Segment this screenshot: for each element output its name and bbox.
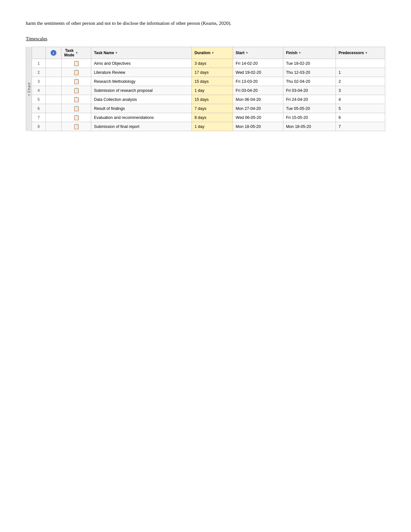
cell-finish: Tue 05-05-20 (283, 104, 336, 113)
cell-num: 7 (32, 113, 46, 122)
cell-predecessors: 6 (336, 113, 385, 122)
cell-duration: 17 days (192, 68, 233, 77)
cell-taskname: Research Methodology (91, 77, 192, 86)
col-header-num (32, 47, 46, 59)
cell-finish: Thu 12-03-20 (283, 68, 336, 77)
table-row: 2📋Literature Review17 daysWed 19-02-20Th… (32, 68, 385, 77)
task-mode-icon: 📋 (73, 79, 80, 84)
col-header-finish[interactable]: Finish ▼ (283, 47, 336, 59)
col-taskmode-label: TaskMode (64, 48, 74, 57)
duration-dropdown-arrow[interactable]: ▼ (211, 51, 214, 54)
intro-paragraph: harm the sentiments of other person and … (26, 19, 385, 27)
table-header-row: i TaskMode ▼ Task Name ▼ (32, 47, 385, 59)
cell-taskname: Aims and Objectives (91, 59, 192, 68)
taskmode-dropdown-arrow[interactable]: ▼ (75, 51, 78, 54)
cell-duration: 15 days (192, 95, 233, 104)
cell-duration: 1 day (192, 122, 233, 131)
cell-num: 5 (32, 95, 46, 104)
cell-info (45, 77, 62, 86)
cell-info (45, 59, 62, 68)
cell-start: Fri 03-04-20 (233, 86, 283, 95)
col-start-label: Start (236, 51, 244, 55)
cell-predecessors: 3 (336, 86, 385, 95)
cell-taskname: Evaluation and recommendations (91, 113, 192, 122)
cell-num: 2 (32, 68, 46, 77)
finish-dropdown-arrow[interactable]: ▼ (298, 51, 301, 54)
task-mode-icon: 📋 (73, 106, 80, 111)
cell-predecessors: 2 (336, 77, 385, 86)
cell-duration: 3 days (192, 59, 233, 68)
cell-info (45, 104, 62, 113)
info-icon: i (51, 50, 56, 56)
table-row: 6📋Result of findings7 daysMon 27-04-20Tu… (32, 104, 385, 113)
cell-duration: 1 day (192, 86, 233, 95)
cell-finish: Tue 18-02-20 (283, 59, 336, 68)
table-row: 8📋Submission of final report1 dayMon 18-… (32, 122, 385, 131)
cell-taskmode: 📋 (62, 95, 91, 104)
cell-start: Wed 19-02-20 (233, 68, 283, 77)
cell-duration: 8 days (192, 113, 233, 122)
cell-finish: Fri 03-04-20 (283, 86, 336, 95)
cell-taskmode: 📋 (62, 104, 91, 113)
cell-predecessors: 7 (336, 122, 385, 131)
taskname-dropdown-arrow[interactable]: ▼ (115, 51, 118, 54)
cell-taskname: Submission of final report (91, 122, 192, 131)
cell-finish: Fri 24-04-20 (283, 95, 336, 104)
cell-taskmode: 📋 (62, 86, 91, 95)
col-duration-label: Duration (194, 51, 210, 55)
cell-duration: 7 days (192, 104, 233, 113)
side-label: t Chart (26, 47, 32, 131)
cell-predecessors: 4 (336, 95, 385, 104)
cell-info (45, 113, 62, 122)
predecessors-dropdown-arrow[interactable]: ▼ (365, 51, 368, 54)
task-mode-icon: 📋 (73, 88, 80, 93)
task-mode-icon: 📋 (73, 124, 80, 129)
cell-taskname: Result of findings (91, 104, 192, 113)
col-taskname-label: Task Name (94, 51, 114, 55)
cell-taskmode: 📋 (62, 68, 91, 77)
col-finish-label: Finish (286, 51, 297, 55)
gantt-table-wrapper: t Chart i TaskMode ▼ (26, 47, 385, 131)
cell-info (45, 122, 62, 131)
col-header-duration[interactable]: Duration ▼ (192, 47, 233, 59)
timescales-heading: Timescales (26, 36, 385, 42)
cell-finish: Thu 02-04-20 (283, 77, 336, 86)
col-header-start[interactable]: Start ▼ (233, 47, 283, 59)
cell-start: Fri 14-02-20 (233, 59, 283, 68)
cell-info (45, 95, 62, 104)
cell-num: 3 (32, 77, 46, 86)
col-header-predecessors[interactable]: Predecessors ▼ (336, 47, 385, 59)
task-mode-icon: 📋 (73, 115, 80, 120)
cell-predecessors: 1 (336, 68, 385, 77)
cell-start: Mon 18-05-20 (233, 122, 283, 131)
timescales-section: Timescales t Chart i TaskMode ▼ (26, 36, 385, 131)
cell-start: Mon 27-04-20 (233, 104, 283, 113)
cell-finish: Fri 15-05-20 (283, 113, 336, 122)
cell-num: 8 (32, 122, 46, 131)
col-header-taskname[interactable]: Task Name ▼ (91, 47, 192, 59)
cell-predecessors (336, 59, 385, 68)
col-predecessors-label: Predecessors (338, 51, 364, 55)
cell-taskname: Submission of research proposal (91, 86, 192, 95)
cell-taskmode: 📋 (62, 59, 91, 68)
cell-start: Wed 06-05-20 (233, 113, 283, 122)
cell-taskname: Literature Review (91, 68, 192, 77)
start-dropdown-arrow[interactable]: ▼ (245, 51, 248, 54)
task-mode-icon: 📋 (73, 61, 80, 66)
task-mode-icon: 📋 (73, 97, 80, 102)
col-header-taskmode[interactable]: TaskMode ▼ (62, 47, 91, 59)
table-row: 4📋Submission of research proposal1 dayFr… (32, 86, 385, 95)
cell-duration: 15 days (192, 77, 233, 86)
cell-taskname: Data Collection analysis (91, 95, 192, 104)
table-row: 3📋Research Methodology15 daysFri 13-03-2… (32, 77, 385, 86)
col-header-info: i (45, 47, 62, 59)
cell-num: 4 (32, 86, 46, 95)
cell-info (45, 86, 62, 95)
table-row: 7📋Evaluation and recommendations8 daysWe… (32, 113, 385, 122)
cell-info (45, 68, 62, 77)
cell-start: Mon 06-04-20 (233, 95, 283, 104)
cell-taskmode: 📋 (62, 122, 91, 131)
cell-taskmode: 📋 (62, 77, 91, 86)
table-row: 1📋Aims and Objectives3 daysFri 14-02-20T… (32, 59, 385, 68)
cell-finish: Mon 18-05-20 (283, 122, 336, 131)
